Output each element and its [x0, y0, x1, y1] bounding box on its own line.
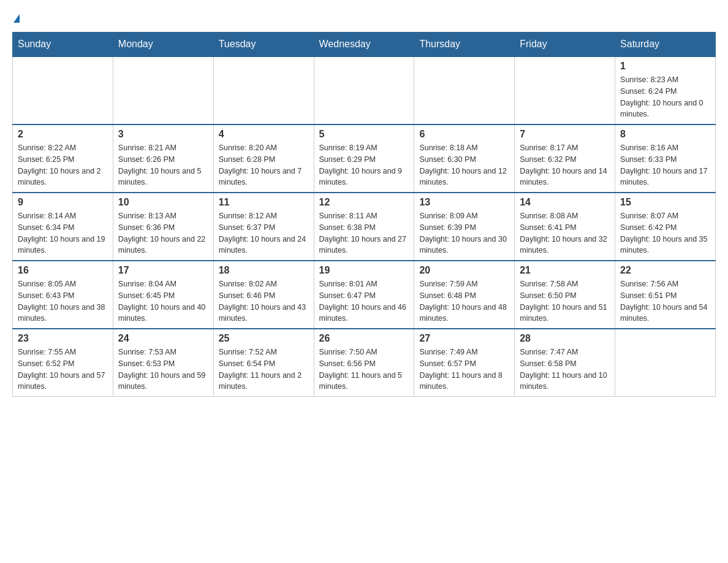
day-info-line: Sunset: 6:57 PM — [419, 359, 476, 368]
calendar-week-1: 1Sunrise: 8:23 AMSunset: 6:24 PMDaylight… — [13, 56, 716, 124]
day-info-line: Sunset: 6:36 PM — [118, 223, 175, 232]
calendar-cell: 11Sunrise: 8:12 AMSunset: 6:37 PMDayligh… — [213, 193, 314, 261]
day-info-line: Daylight: 11 hours and 2 minutes. — [219, 371, 302, 391]
day-info-line: Sunset: 6:38 PM — [319, 223, 376, 232]
day-info-line: Sunrise: 8:13 AM — [118, 212, 176, 220]
day-info-line: Sunrise: 7:52 AM — [219, 348, 277, 356]
day-number: 22 — [620, 265, 710, 276]
calendar-cell — [615, 329, 716, 397]
day-info-line: Sunrise: 8:08 AM — [520, 212, 578, 220]
day-info: Sunrise: 8:18 AMSunset: 6:30 PMDaylight:… — [419, 142, 509, 188]
calendar-week-2: 2Sunrise: 8:22 AMSunset: 6:25 PMDaylight… — [13, 124, 716, 193]
day-info-line: Sunrise: 8:12 AM — [219, 212, 277, 220]
calendar-cell: 24Sunrise: 7:53 AMSunset: 6:53 PMDayligh… — [113, 329, 213, 397]
day-info-line: Sunrise: 8:14 AM — [18, 212, 76, 220]
day-number: 1 — [620, 61, 710, 72]
day-info-line: Daylight: 11 hours and 5 minutes. — [319, 371, 403, 391]
day-info-line: Sunrise: 8:11 AM — [319, 212, 377, 220]
day-info: Sunrise: 8:16 AMSunset: 6:33 PMDaylight:… — [620, 142, 710, 188]
day-info: Sunrise: 8:08 AMSunset: 6:41 PMDaylight:… — [520, 210, 610, 256]
calendar-cell: 10Sunrise: 8:13 AMSunset: 6:36 PMDayligh… — [113, 193, 213, 261]
day-info-line: Sunrise: 7:58 AM — [520, 280, 578, 288]
day-number: 14 — [520, 197, 610, 208]
logo-general-text — [12, 12, 20, 26]
calendar-week-5: 23Sunrise: 7:55 AMSunset: 6:52 PMDayligh… — [13, 329, 716, 397]
day-number: 23 — [18, 333, 108, 344]
day-info-line: Sunrise: 7:59 AM — [419, 280, 477, 288]
day-info-line: Sunrise: 8:09 AM — [419, 212, 477, 220]
calendar-cell: 17Sunrise: 8:04 AMSunset: 6:45 PMDayligh… — [113, 261, 213, 329]
day-info-line: Sunrise: 8:16 AM — [620, 144, 678, 152]
calendar-cell: 15Sunrise: 8:07 AMSunset: 6:42 PMDayligh… — [615, 193, 716, 261]
day-info-line: Sunrise: 8:19 AM — [319, 144, 377, 152]
day-info-line: Daylight: 10 hours and 38 minutes. — [18, 303, 105, 323]
calendar-cell: 9Sunrise: 8:14 AMSunset: 6:34 PMDaylight… — [13, 193, 113, 261]
day-info: Sunrise: 8:05 AMSunset: 6:43 PMDaylight:… — [18, 278, 108, 324]
weekday-header-friday: Friday — [515, 33, 615, 57]
day-info: Sunrise: 7:55 AMSunset: 6:52 PMDaylight:… — [18, 347, 108, 393]
calendar-cell: 22Sunrise: 7:56 AMSunset: 6:51 PMDayligh… — [615, 261, 716, 329]
day-info: Sunrise: 7:59 AMSunset: 6:48 PMDaylight:… — [419, 278, 509, 324]
weekday-header-thursday: Thursday — [414, 33, 515, 57]
day-info-line: Sunset: 6:53 PM — [118, 359, 175, 368]
day-info-line: Daylight: 10 hours and 54 minutes. — [620, 303, 707, 323]
day-info-line: Daylight: 10 hours and 14 minutes. — [520, 167, 607, 187]
weekday-header-wednesday: Wednesday — [314, 33, 414, 57]
day-info: Sunrise: 7:58 AMSunset: 6:50 PMDaylight:… — [520, 278, 610, 324]
day-info-line: Sunset: 6:25 PM — [18, 155, 74, 164]
day-info-line: Sunset: 6:50 PM — [520, 291, 576, 300]
day-info-line: Sunrise: 8:07 AM — [620, 212, 678, 220]
day-info-line: Sunset: 6:30 PM — [419, 155, 476, 164]
day-info: Sunrise: 8:01 AMSunset: 6:47 PMDaylight:… — [319, 278, 409, 324]
day-info: Sunrise: 8:22 AMSunset: 6:25 PMDaylight:… — [18, 142, 108, 188]
calendar-week-4: 16Sunrise: 8:05 AMSunset: 6:43 PMDayligh… — [13, 261, 716, 329]
day-info: Sunrise: 8:13 AMSunset: 6:36 PMDaylight:… — [118, 210, 208, 256]
day-info: Sunrise: 7:52 AMSunset: 6:54 PMDaylight:… — [219, 347, 309, 393]
day-info-line: Sunrise: 8:01 AM — [319, 280, 377, 288]
day-number: 13 — [419, 197, 509, 208]
day-info-line: Sunrise: 7:53 AM — [118, 348, 176, 356]
day-info-line: Sunset: 6:24 PM — [620, 87, 677, 96]
calendar-cell: 14Sunrise: 8:08 AMSunset: 6:41 PMDayligh… — [515, 193, 615, 261]
day-info-line: Daylight: 11 hours and 8 minutes. — [419, 371, 502, 391]
calendar-cell: 16Sunrise: 8:05 AMSunset: 6:43 PMDayligh… — [13, 261, 113, 329]
day-number: 9 — [18, 197, 108, 208]
calendar-table: SundayMondayTuesdayWednesdayThursdayFrid… — [12, 32, 716, 397]
day-number: 5 — [319, 129, 409, 140]
day-info-line: Sunset: 6:58 PM — [520, 359, 576, 368]
weekday-header-monday: Monday — [113, 33, 213, 57]
day-info: Sunrise: 8:11 AMSunset: 6:38 PMDaylight:… — [319, 210, 409, 256]
day-info-line: Sunset: 6:43 PM — [18, 291, 74, 300]
day-info-line: Sunrise: 7:49 AM — [419, 348, 477, 356]
day-number: 4 — [219, 129, 309, 140]
calendar-cell: 18Sunrise: 8:02 AMSunset: 6:46 PMDayligh… — [213, 261, 314, 329]
day-info-line: Sunset: 6:56 PM — [319, 359, 376, 368]
day-info-line: Sunrise: 8:05 AM — [18, 280, 76, 288]
day-number: 16 — [18, 265, 108, 276]
day-info-line: Sunset: 6:32 PM — [520, 155, 576, 164]
day-number: 10 — [118, 197, 208, 208]
day-info-line: Sunrise: 8:04 AM — [118, 280, 176, 288]
calendar-cell — [515, 56, 615, 124]
day-info-line: Sunrise: 8:18 AM — [419, 144, 477, 152]
day-info-line: Sunset: 6:41 PM — [520, 223, 576, 232]
day-info: Sunrise: 8:04 AMSunset: 6:45 PMDaylight:… — [118, 278, 208, 324]
day-info-line: Daylight: 10 hours and 40 minutes. — [118, 303, 205, 323]
day-info-line: Daylight: 10 hours and 32 minutes. — [520, 235, 607, 255]
day-info: Sunrise: 8:02 AMSunset: 6:46 PMDaylight:… — [219, 278, 309, 324]
day-info-line: Daylight: 10 hours and 24 minutes. — [219, 235, 306, 255]
day-info-line: Sunset: 6:46 PM — [219, 291, 275, 300]
day-info-line: Daylight: 10 hours and 7 minutes. — [219, 167, 302, 187]
calendar-cell: 5Sunrise: 8:19 AMSunset: 6:29 PMDaylight… — [314, 124, 414, 193]
calendar-week-3: 9Sunrise: 8:14 AMSunset: 6:34 PMDaylight… — [13, 193, 716, 261]
day-info: Sunrise: 8:09 AMSunset: 6:39 PMDaylight:… — [419, 210, 509, 256]
day-info-line: Daylight: 10 hours and 9 minutes. — [319, 167, 403, 187]
calendar-cell: 13Sunrise: 8:09 AMSunset: 6:39 PMDayligh… — [414, 193, 515, 261]
day-info-line: Daylight: 10 hours and 22 minutes. — [118, 235, 205, 255]
day-info: Sunrise: 8:19 AMSunset: 6:29 PMDaylight:… — [319, 142, 409, 188]
day-number: 28 — [520, 333, 610, 344]
day-number: 24 — [118, 333, 208, 344]
day-info-line: Sunset: 6:33 PM — [620, 155, 677, 164]
day-info: Sunrise: 8:23 AMSunset: 6:24 PMDaylight:… — [620, 74, 710, 120]
calendar-cell: 28Sunrise: 7:47 AMSunset: 6:58 PMDayligh… — [515, 329, 615, 397]
